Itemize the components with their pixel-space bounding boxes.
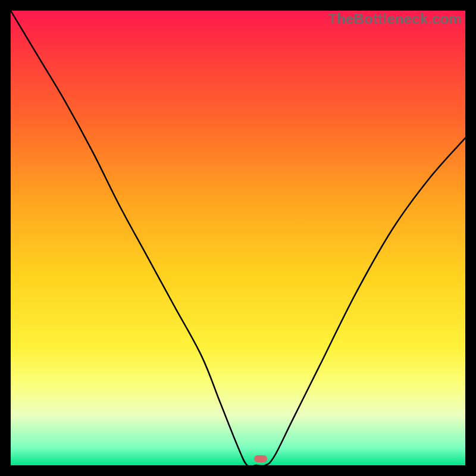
optimum-marker [254, 455, 267, 462]
chart-frame: TheBottleneck.com [0, 0, 476, 476]
bottleneck-curve [11, 11, 465, 465]
plot-area: TheBottleneck.com [11, 11, 465, 465]
